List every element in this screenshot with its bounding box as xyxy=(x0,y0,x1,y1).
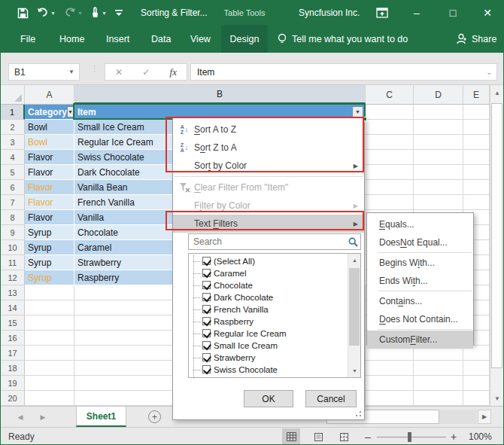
sheet-nav-right-icon[interactable]: ▶ xyxy=(34,407,52,427)
cell-d3[interactable] xyxy=(414,135,463,150)
cell-d20[interactable] xyxy=(414,391,463,406)
column-header-d[interactable]: D xyxy=(414,85,463,104)
cell-c5[interactable] xyxy=(366,165,414,180)
row-header-6[interactable]: 6 xyxy=(1,180,25,195)
search-icon[interactable] xyxy=(345,237,360,247)
cell-a20[interactable] xyxy=(25,391,74,406)
maximize-icon[interactable]: □ xyxy=(440,1,466,25)
cell-c18[interactable] xyxy=(366,361,414,376)
normal-view-icon[interactable] xyxy=(282,428,300,445)
row-header-3[interactable]: 3 xyxy=(1,135,25,150)
menu-item-sort-by-color[interactable]: Sort by Color▶ xyxy=(173,157,364,175)
checkbox-checked-icon[interactable] xyxy=(202,281,211,289)
row-header-10[interactable]: 10 xyxy=(1,240,25,255)
checkbox-checked-icon[interactable] xyxy=(202,293,211,301)
cell-e2[interactable] xyxy=(463,120,490,135)
submenu-item-contains[interactable]: Contains... xyxy=(367,292,473,310)
filter-value-dark-chocolate[interactable]: Dark Chocolate xyxy=(189,291,348,303)
filter-search-box[interactable] xyxy=(188,233,361,250)
touch-mode-button[interactable]: ▼ xyxy=(90,1,107,25)
new-sheet-icon[interactable]: + xyxy=(148,410,161,423)
cell-a11[interactable]: Syrup xyxy=(25,255,74,270)
submenu-item-begins-with[interactable]: Begins With... xyxy=(367,254,473,272)
menu-item-sort-a-to-z[interactable]: AZ↓Sort A to Z xyxy=(173,120,364,139)
touch-mode-dropdown-icon[interactable]: ▼ xyxy=(102,11,107,16)
cell-e1[interactable] xyxy=(463,105,490,120)
customize-qat-icon[interactable] xyxy=(115,1,123,25)
save-icon[interactable] xyxy=(17,1,29,25)
undo-button[interactable]: ▼ xyxy=(37,1,56,25)
search-input[interactable] xyxy=(189,236,345,248)
cell-c4[interactable] xyxy=(366,150,414,165)
list-scroll-thumb[interactable] xyxy=(349,268,360,346)
formula-bar-expand-icon[interactable]: ⌄ xyxy=(486,69,492,76)
row-header-4[interactable]: 4 xyxy=(1,150,25,165)
cell-a15[interactable] xyxy=(25,315,74,331)
cancel-x-icon[interactable]: ✕ xyxy=(115,67,123,78)
submenu-item-equals[interactable]: Equals... xyxy=(367,215,473,233)
page-break-preview-icon[interactable] xyxy=(335,428,353,445)
account-name[interactable]: Syncfusion Inc. xyxy=(299,1,360,25)
zoom-level[interactable]: 100% xyxy=(469,428,492,445)
cell-c19[interactable] xyxy=(366,376,414,391)
vertical-scroll-thumb[interactable] xyxy=(491,103,502,368)
cell-a8[interactable]: Flavor xyxy=(25,210,74,225)
ribbon-tab-insert[interactable]: Insert xyxy=(103,25,132,53)
fill-handle[interactable] xyxy=(363,117,367,121)
cell-a18[interactable] xyxy=(25,361,74,376)
minimize-icon[interactable]: – xyxy=(404,1,430,25)
cell-a13[interactable] xyxy=(25,285,74,300)
cell-c1[interactable] xyxy=(366,105,414,120)
ribbon-display-options-icon[interactable] xyxy=(369,1,395,25)
vertical-scrollbar[interactable]: ▲ ▼ xyxy=(490,85,503,406)
filter-value-strawberry[interactable]: Strawberry xyxy=(189,352,348,364)
cell-d1[interactable] xyxy=(414,105,463,120)
ribbon-tab-design[interactable]: Design xyxy=(221,25,268,53)
cell-e5[interactable] xyxy=(463,165,490,180)
filter-value-caramel[interactable]: Caramel xyxy=(189,267,348,279)
cell-e7[interactable] xyxy=(463,195,490,210)
filter-value-french-vanilla[interactable]: French Vanilla xyxy=(189,303,348,315)
cell-d5[interactable] xyxy=(414,165,463,180)
cell-c6[interactable] xyxy=(366,180,414,195)
ribbon-tab-view[interactable]: View xyxy=(187,25,214,53)
zoom-slider-thumb[interactable] xyxy=(408,432,411,442)
checkbox-checked-icon[interactable] xyxy=(202,341,211,349)
column-header-e[interactable]: E xyxy=(463,85,490,104)
cancel-button[interactable]: Cancel xyxy=(305,390,357,407)
sheet-tab-sheet1[interactable]: Sheet1 xyxy=(76,407,126,427)
cell-a17[interactable] xyxy=(25,346,74,361)
row-header-11[interactable]: 11 xyxy=(1,255,25,270)
cell-a2[interactable]: Bowl xyxy=(25,120,74,135)
row-header-8[interactable]: 8 xyxy=(1,210,25,225)
hscroll-right-icon[interactable]: ▶ xyxy=(478,410,491,424)
cell-a19[interactable] xyxy=(25,376,74,391)
row-header-13[interactable]: 13 xyxy=(1,285,25,300)
menu-item-sort-z-to-a[interactable]: ZA↓Sort Z to A xyxy=(173,139,364,157)
zoom-slider-track[interactable] xyxy=(377,437,446,437)
cell-a3[interactable]: Bowl xyxy=(25,135,74,150)
cell-a5[interactable]: Flavor xyxy=(25,165,74,180)
ribbon-tab-data[interactable]: Data xyxy=(148,25,174,53)
column-header-b[interactable]: B xyxy=(74,85,366,104)
ribbon-tab-file[interactable]: File xyxy=(17,25,38,53)
tell-me-box[interactable]: Tell me what you want to do xyxy=(278,25,408,53)
filter-value-swiss-chocolate[interactable]: Swiss Chocolate xyxy=(189,364,348,376)
cell-a14[interactable] xyxy=(25,300,74,315)
filter-value-select-all[interactable]: (Select All) xyxy=(189,255,348,267)
submenu-item-ends-with[interactable]: Ends With... xyxy=(367,272,473,290)
cell-e3[interactable] xyxy=(463,135,490,150)
cell-a6[interactable]: Flavor xyxy=(25,180,74,195)
name-box[interactable]: B1 ▼ xyxy=(8,63,80,81)
row-header-18[interactable]: 18 xyxy=(1,361,25,376)
undo-dropdown-icon[interactable]: ▼ xyxy=(50,11,56,16)
checkbox-checked-icon[interactable] xyxy=(202,329,211,337)
menu-item-text-filters[interactable]: Text Filters▶ xyxy=(173,215,364,233)
row-header-5[interactable]: 5 xyxy=(1,165,25,180)
checkbox-checked-icon[interactable] xyxy=(202,365,211,373)
submenu-item-custom-filter[interactable]: Custom Filter... xyxy=(367,331,473,349)
cell-a12[interactable]: Syrup xyxy=(25,270,74,285)
row-header-12[interactable]: 12 xyxy=(1,270,25,285)
cell-c7[interactable] xyxy=(366,195,414,210)
share-button[interactable]: Share xyxy=(457,25,496,53)
